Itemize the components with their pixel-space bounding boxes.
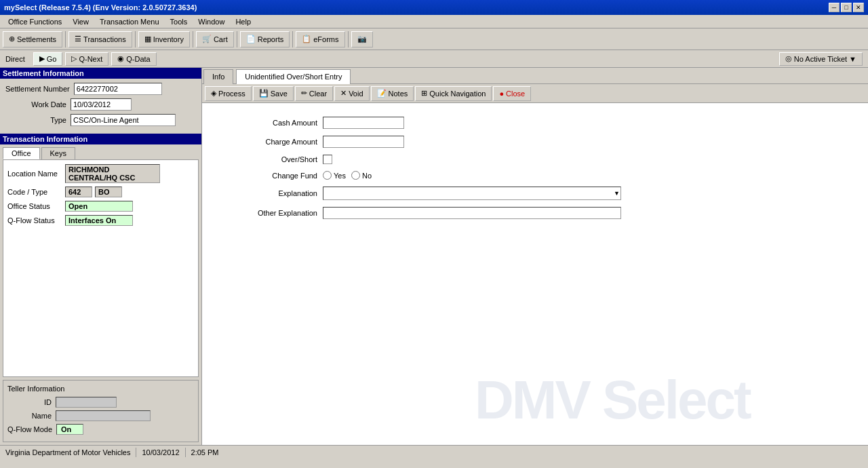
teller-id-row: ID [7, 397, 194, 408]
explanation-select[interactable] [323, 187, 621, 200]
qflow-status-label: Q-Flow Status [7, 216, 65, 225]
q-data-icon: ◉ [117, 54, 124, 63]
yes-radio[interactable] [323, 171, 332, 180]
office-status-label: Office Status [7, 202, 65, 210]
status-time: 2:05 PM [191, 448, 219, 456]
charge-amount-label: Charge Amount [229, 138, 317, 146]
office-status-value: Open [65, 201, 133, 212]
teller-qflow-label: Q-Flow Mode [7, 425, 52, 433]
menu-tools[interactable]: Tools [165, 16, 193, 27]
work-date-row: Work Date [5, 98, 196, 111]
unidentified-tab[interactable]: Unidentified Over/Short Entry [236, 69, 351, 84]
status-bar: Virginia Department of Motor Vehicles 10… [0, 445, 868, 459]
inventory-button[interactable]: ▦ Inventory [138, 31, 190, 47]
clear-button[interactable]: ✏ Clear [295, 86, 333, 101]
type-input[interactable] [71, 114, 176, 126]
menu-view[interactable]: View [67, 16, 94, 27]
type-label: Type [5, 116, 66, 124]
work-date-label: Work Date [5, 100, 66, 109]
q-next-button[interactable]: ▷ Q-Next [65, 52, 108, 66]
settlements-icon: ⊕ [9, 35, 15, 43]
reports-button[interactable]: 📄 Reports [240, 31, 290, 47]
no-radio[interactable] [351, 171, 360, 180]
save-button[interactable]: 💾 Save [253, 86, 294, 101]
menu-window[interactable]: Window [193, 16, 230, 27]
settlements-button[interactable]: ⊕ Settlements [3, 31, 62, 47]
transaction-content: Location Name RICHMOND CENTRAL/HQ CSC Co… [3, 159, 199, 377]
settlement-number-input[interactable] [74, 83, 162, 95]
other-explanation-label: Other Explanation [229, 209, 317, 217]
quick-nav-icon: ⊞ [421, 89, 427, 98]
maximize-button[interactable]: □ [841, 3, 852, 12]
q-data-button[interactable]: ◉ Q-Data [111, 52, 156, 66]
save-icon: 💾 [259, 89, 269, 98]
over-short-label: Over/Short [229, 155, 317, 163]
menu-bar: Office Functions View Transaction Menu T… [0, 15, 868, 28]
go-button[interactable]: ▶ Go [33, 52, 63, 66]
menu-office-functions[interactable]: Office Functions [3, 16, 67, 27]
reports-icon: 📄 [246, 35, 256, 43]
change-fund-label: Change Fund [229, 172, 317, 180]
nav-bar: Direct ▶ Go ▷ Q-Next ◉ Q-Data ◎ No Activ… [0, 50, 868, 68]
other-explanation-input[interactable] [323, 207, 621, 219]
inventory-icon: ▦ [144, 35, 151, 43]
location-name-label: Location Name [7, 170, 65, 178]
settlement-number-label: Settlement Number [5, 85, 70, 93]
notes-button[interactable]: 📝 Notes [371, 86, 414, 101]
void-button[interactable]: ✕ Void [334, 86, 369, 101]
q-next-icon: ▷ [71, 54, 77, 63]
form-area: Cash Amount Charge Amount Over/Short Cha… [202, 103, 868, 445]
quick-nav-button[interactable]: ⊞ Quick Navigation [415, 86, 492, 101]
toolbar-separator-2 [135, 31, 136, 47]
over-short-checkbox[interactable] [323, 155, 332, 164]
minimize-button[interactable]: ─ [829, 3, 840, 12]
keys-tab[interactable]: Keys [41, 147, 75, 159]
type-row: Type [5, 114, 196, 126]
transactions-button[interactable]: ☰ Transactions [68, 31, 132, 47]
explanation-label: Explanation [229, 189, 317, 197]
transactions-icon: ☰ [75, 35, 81, 43]
close-button[interactable]: ● Close [493, 86, 531, 101]
menu-transaction[interactable]: Transaction Menu [94, 16, 165, 27]
close-window-button[interactable]: ✕ [853, 3, 864, 12]
charge-amount-input[interactable] [323, 136, 404, 148]
no-radio-label[interactable]: No [351, 171, 372, 180]
ticket-icon: ◎ [785, 54, 792, 63]
cash-amount-input[interactable] [323, 117, 404, 129]
no-active-ticket[interactable]: ◎ No Active Ticket ▼ [779, 52, 863, 66]
location-name-row: Location Name RICHMOND CENTRAL/HQ CSC [7, 164, 194, 183]
teller-name-value [56, 410, 151, 421]
teller-id-label: ID [7, 398, 52, 406]
eforms-button[interactable]: 📋 eForms [296, 31, 344, 47]
cart-button[interactable]: 🛒 Cart [196, 31, 234, 47]
teller-box: Teller Information ID Name Q-Flow Mode O… [3, 380, 199, 442]
office-tab[interactable]: Office [3, 147, 40, 159]
title-text: mySelect (Release 7.5.4) (Env Version: 2… [4, 3, 197, 12]
yes-radio-label[interactable]: Yes [323, 171, 346, 180]
process-icon: ◈ [211, 89, 216, 98]
notes-icon: 📝 [377, 89, 387, 98]
camera-button[interactable]: 📷 [351, 31, 373, 47]
left-panel: Settlement Information Settlement Number… [0, 68, 202, 445]
settlement-section: Settlement Number Work Date Type [0, 79, 201, 134]
status-date: 10/03/2012 [142, 448, 179, 456]
status-separator [136, 448, 136, 457]
code-type-row: Code / Type 642 BO [7, 187, 194, 197]
watermark: DMV Select [461, 309, 868, 445]
action-toolbar: ◈ Process 💾 Save ✏ Clear ✕ Void 📝 Notes … [202, 84, 868, 103]
explanation-select-wrapper: ▼ [323, 187, 621, 200]
process-button[interactable]: ◈ Process [205, 86, 252, 101]
menu-help[interactable]: Help [230, 16, 256, 27]
work-date-input[interactable] [71, 98, 132, 111]
cash-amount-row: Cash Amount [229, 117, 841, 129]
transaction-header: Transaction Information [0, 134, 201, 144]
toolbar-separator [65, 31, 66, 47]
go-icon: ▶ [39, 54, 45, 63]
cart-icon: 🛒 [202, 35, 212, 43]
status-department: Virginia Department of Motor Vehicles [5, 448, 130, 456]
info-tab[interactable]: Info [203, 69, 233, 84]
toolbar-separator-6 [348, 31, 349, 47]
ticket-dropdown-icon: ▼ [849, 55, 856, 63]
qflow-status-value: Interfaces On [65, 215, 133, 226]
qflow-status-row: Q-Flow Status Interfaces On [7, 215, 194, 226]
